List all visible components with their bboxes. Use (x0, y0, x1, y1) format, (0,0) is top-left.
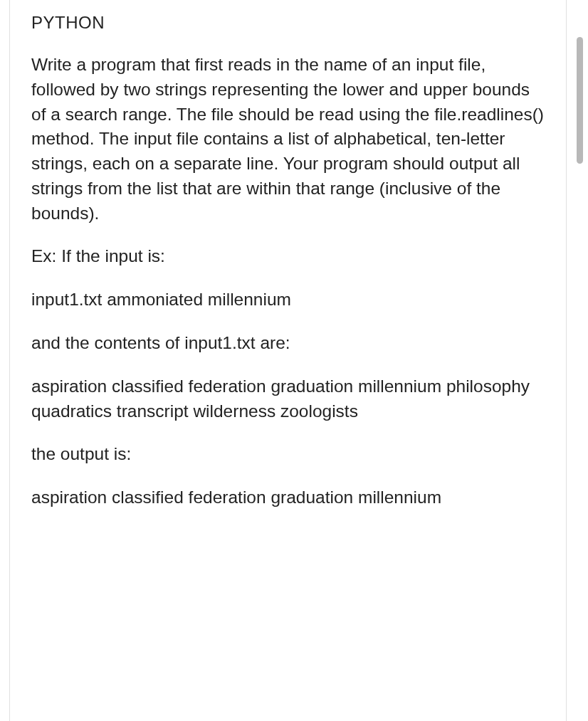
scrollbar-thumb[interactable] (577, 37, 583, 164)
paragraph-example-input: input1.txt ammoniated millennium (31, 288, 545, 312)
scrollbar-track[interactable] (577, 0, 583, 721)
paragraph-example-label: Ex: If the input is: (31, 244, 545, 269)
paragraph-output: aspiration classified federation graduat… (31, 485, 545, 510)
right-gutter (567, 0, 588, 721)
paragraph-description: Write a program that first reads in the … (31, 53, 545, 226)
heading-python: PYTHON (31, 13, 545, 33)
page-container: PYTHON Write a program that first reads … (0, 0, 588, 721)
paragraph-contents-label: and the contents of input1.txt are: (31, 331, 545, 356)
paragraph-output-label: the output is: (31, 442, 545, 467)
paragraph-file-contents: aspiration classified federation graduat… (31, 374, 545, 424)
left-border (0, 0, 10, 721)
content-area: PYTHON Write a program that first reads … (10, 0, 567, 721)
